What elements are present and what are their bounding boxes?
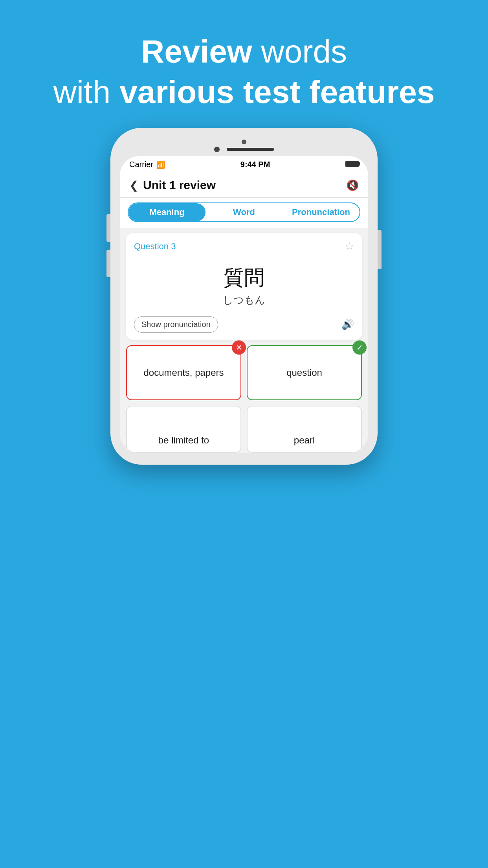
mute-button[interactable]: 🔇: [346, 179, 359, 191]
answer-text-wrong: documents, papers: [143, 367, 224, 378]
show-pronunciation-button[interactable]: Show pronunciation: [134, 316, 218, 333]
kanji-text: 質問: [134, 264, 354, 292]
speaker-row: [214, 147, 274, 152]
battery-indicator: [345, 160, 359, 169]
question-card: Question 3 ☆ 質問 しつもん Show pronunciation …: [126, 233, 362, 340]
header-bold-features: various test features: [119, 74, 435, 110]
front-camera: [214, 147, 220, 152]
nav-title: Unit 1 review: [143, 178, 346, 192]
answer-card-wrong[interactable]: ✕ documents, papers: [126, 345, 241, 400]
power-button: [378, 230, 382, 269]
volume-up-button: [106, 214, 110, 242]
status-time: 9:44 PM: [240, 160, 270, 169]
question-word: 質問 しつもん: [134, 264, 354, 307]
tab-bar: Meaning Word Pronunciation: [120, 198, 368, 228]
answer-text-correct: question: [286, 367, 322, 378]
navigation-bar: ❮ Unit 1 review 🔇: [120, 173, 368, 198]
carrier-label: Carrier: [129, 160, 153, 169]
reading-text: しつもん: [134, 293, 354, 307]
tab-meaning[interactable]: Meaning: [128, 203, 205, 221]
bottom-cards: be limited to pearl: [126, 406, 362, 453]
phone-screen: Carrier 📶 9:44 PM ❮ Unit 1 review 🔇 Mean…: [120, 156, 368, 453]
tab-pronunciation[interactable]: Pronunciation: [283, 203, 360, 221]
speaker-icon[interactable]: 🔊: [341, 318, 354, 331]
phone-top-bar: [120, 140, 368, 152]
phone-body: Carrier 📶 9:44 PM ❮ Unit 1 review 🔇 Mean…: [110, 128, 378, 465]
answer-card-correct[interactable]: ✓ question: [247, 345, 362, 400]
tab-bar-inner: Meaning Word Pronunciation: [128, 202, 360, 222]
status-bar: Carrier 📶 9:44 PM: [120, 156, 368, 173]
answers-grid: ✕ documents, papers ✓ question: [126, 345, 362, 400]
wrong-badge: ✕: [232, 340, 246, 355]
wifi-icon: 📶: [156, 160, 165, 169]
question-actions: Show pronunciation 🔊: [134, 316, 354, 333]
volume-down-button: [106, 250, 110, 277]
front-camera-dot: [242, 140, 246, 144]
tab-word[interactable]: Word: [205, 203, 283, 221]
phone-mockup: Carrier 📶 9:44 PM ❮ Unit 1 review 🔇 Mean…: [0, 128, 488, 465]
header-bold-review: Review: [141, 33, 252, 69]
correct-badge: ✓: [352, 340, 367, 355]
star-icon[interactable]: ☆: [345, 240, 354, 252]
speaker-bar: [227, 148, 274, 151]
question-header: Question 3 ☆: [134, 240, 354, 252]
header-words: words: [252, 33, 347, 69]
header-text: Review words with various test features: [0, 0, 488, 128]
bottom-card-text-limited: be limited to: [158, 435, 209, 446]
battery-icon: [345, 161, 359, 167]
bottom-card-pearl[interactable]: pearl: [247, 406, 362, 453]
question-label: Question 3: [134, 241, 176, 252]
bottom-card-limited[interactable]: be limited to: [126, 406, 241, 453]
back-button[interactable]: ❮: [129, 179, 138, 192]
header-with: with: [53, 74, 120, 110]
status-left: Carrier 📶: [129, 160, 165, 169]
bottom-card-text-pearl: pearl: [294, 435, 315, 446]
